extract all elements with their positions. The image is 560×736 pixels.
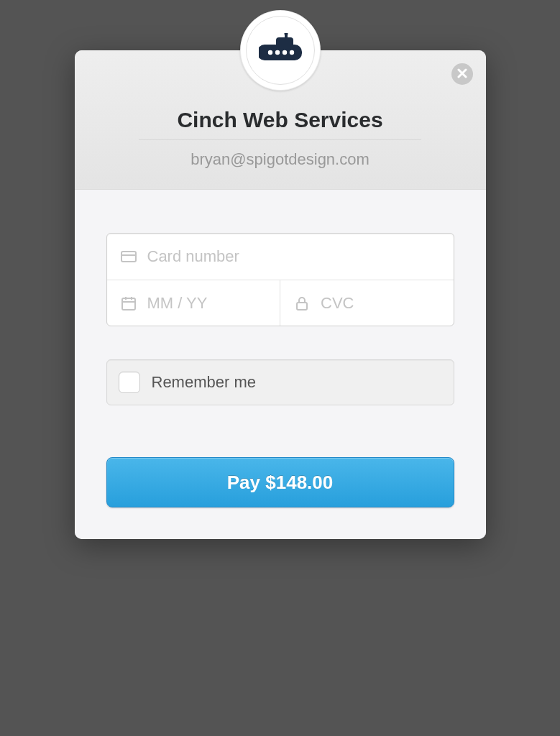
svg-point-2 bbox=[267, 50, 272, 55]
submarine-icon bbox=[259, 33, 302, 68]
merchant-logo-badge bbox=[240, 10, 321, 91]
header-divider bbox=[139, 139, 422, 140]
remember-me-label: Remember me bbox=[152, 373, 256, 392]
remember-me-row[interactable]: Remember me bbox=[106, 359, 454, 405]
credit-card-icon bbox=[120, 248, 137, 265]
svg-point-4 bbox=[282, 50, 286, 55]
merchant-logo-inner bbox=[246, 16, 315, 85]
expiry-cell bbox=[107, 280, 281, 326]
svg-rect-12 bbox=[297, 303, 307, 310]
svg-rect-8 bbox=[122, 298, 135, 310]
checkout-modal: Cinch Web Services bryan@spigotdesign.co… bbox=[75, 50, 486, 539]
cvc-cell bbox=[280, 280, 454, 326]
expiry-input[interactable] bbox=[147, 294, 267, 313]
close-button[interactable] bbox=[451, 63, 473, 85]
merchant-name: Cinch Web Services bbox=[104, 108, 457, 132]
card-number-row bbox=[107, 234, 454, 280]
close-icon bbox=[457, 68, 467, 80]
pay-button[interactable]: Pay $148.00 bbox=[106, 457, 454, 507]
lock-icon bbox=[293, 295, 311, 312]
card-input-group bbox=[106, 233, 454, 326]
svg-point-3 bbox=[275, 50, 279, 55]
remember-me-checkbox[interactable] bbox=[119, 372, 140, 393]
svg-point-5 bbox=[289, 50, 293, 55]
calendar-icon bbox=[120, 295, 137, 312]
customer-email: bryan@spigotdesign.com bbox=[104, 150, 457, 169]
card-number-input[interactable] bbox=[147, 247, 441, 266]
cvc-input[interactable] bbox=[321, 294, 441, 313]
svg-rect-6 bbox=[121, 252, 136, 262]
card-details-row bbox=[107, 280, 454, 326]
form-body: Remember me Pay $148.00 bbox=[75, 190, 486, 539]
